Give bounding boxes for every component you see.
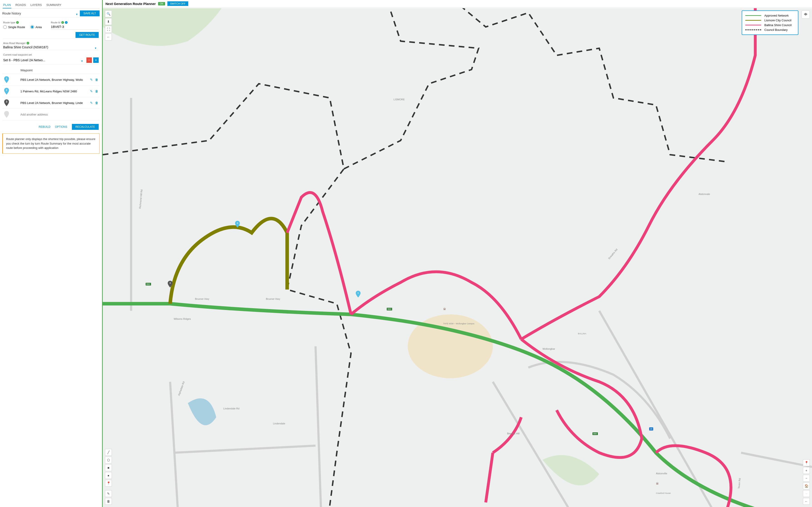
svg-text:2: 2 bbox=[6, 89, 7, 92]
draw-marker-icon[interactable]: 📍 bbox=[105, 480, 112, 487]
waypoint-row: 2 1 Palmers Rd, McLeans Ridges NSW 2480 … bbox=[2, 86, 100, 97]
add-set-button[interactable]: + bbox=[93, 57, 99, 63]
check-icon: ✓ bbox=[61, 21, 64, 24]
svg-text:3: 3 bbox=[170, 282, 171, 284]
radio-single-route[interactable]: Single Route bbox=[3, 25, 25, 29]
building-icon: 🏛 bbox=[656, 482, 659, 485]
route-history-label: Route history bbox=[2, 12, 74, 15]
legend-row: Approved Network bbox=[745, 13, 795, 18]
tab-summary[interactable]: SUMMARY bbox=[46, 2, 62, 8]
waypoint-text: PBS Level 2A Network, Bruxner Highway, W… bbox=[20, 78, 89, 81]
chevron-down-icon[interactable]: ▼ bbox=[74, 13, 80, 16]
tab-roads[interactable]: ROADS bbox=[15, 2, 26, 8]
legend: Approved NetworkLismore City CouncilBall… bbox=[742, 10, 798, 35]
map-pin[interactable]: 3 bbox=[168, 281, 173, 288]
map-title: Next Generation Route Planner bbox=[106, 2, 156, 6]
draw-polygon-icon[interactable]: ⬠ bbox=[105, 457, 112, 463]
chevron-down-icon: ▼ bbox=[79, 60, 85, 62]
draw-circle-icon[interactable]: ● bbox=[105, 472, 112, 479]
options-button[interactable]: OPTIONS bbox=[55, 125, 67, 128]
zoom-in-button[interactable]: + bbox=[803, 467, 810, 474]
remove-set-button[interactable]: − bbox=[86, 57, 92, 63]
trash-icon[interactable]: 🗑 bbox=[95, 78, 98, 81]
rebuild-button[interactable]: REBUILD bbox=[39, 125, 51, 128]
edit-icon[interactable]: ✎ bbox=[90, 101, 93, 105]
current-set-label: Current road waypoint set bbox=[3, 53, 99, 56]
route-type-label: Route type ✓ bbox=[3, 21, 42, 24]
map-container: Next Generation Route Planner ON SWITCH … bbox=[102, 0, 812, 507]
get-route-button[interactable]: GET ROUTE bbox=[75, 32, 99, 38]
forward-icon[interactable]: → bbox=[803, 490, 810, 497]
home-icon[interactable]: 🏠 bbox=[803, 483, 810, 489]
edit-icon[interactable]: ✎ bbox=[105, 490, 112, 497]
map-pin[interactable]: 2 bbox=[235, 221, 240, 228]
notice-box: Route planner only displays the shortest… bbox=[2, 133, 100, 154]
locate-icon[interactable]: 📍 bbox=[803, 459, 810, 466]
save-alt-button[interactable]: SAVE ALT bbox=[80, 10, 100, 16]
highway-badge: B60 bbox=[145, 283, 151, 286]
svg-rect-3 bbox=[103, 8, 812, 507]
waypoint-text: PBS Level 2A Network, Bruxner Highway, L… bbox=[20, 101, 89, 105]
route-id-label: Route Id ✓ ? bbox=[51, 21, 99, 24]
waypoint-row: 3 PBS Level 2A Network, Bruxner Highway,… bbox=[2, 97, 100, 109]
zoom-out-button[interactable]: − bbox=[803, 475, 810, 482]
svg-text:1: 1 bbox=[6, 77, 7, 80]
sidebar: PLAN ROADS LAYERS SUMMARY Route history … bbox=[0, 0, 102, 507]
download-icon[interactable]: ⬇ bbox=[105, 18, 112, 25]
tab-layers[interactable]: LAYERS bbox=[30, 2, 42, 8]
map-canvas[interactable]: LISMORERichmond Hill RdWilsons RidgesAlp… bbox=[103, 8, 812, 507]
route-id-value[interactable]: 1BV6T-3 bbox=[51, 24, 99, 30]
highway-badge: B60 bbox=[592, 432, 598, 435]
map-header: Next Generation Route Planner ON SWITCH … bbox=[103, 0, 812, 7]
route-history-row: Route history ▼ SAVE ALT bbox=[2, 9, 100, 17]
edit-icon[interactable]: ✎ bbox=[90, 78, 93, 81]
map-pin[interactable]: 1 bbox=[356, 291, 361, 297]
trash-icon[interactable]: 🗑 bbox=[105, 498, 112, 505]
pin-icon: 2 bbox=[4, 88, 9, 95]
tabs: PLAN ROADS LAYERS SUMMARY bbox=[2, 2, 100, 9]
edit-icon[interactable]: ✎ bbox=[90, 90, 93, 93]
pin-icon: 3 bbox=[4, 99, 9, 106]
route-shield: 28 bbox=[649, 427, 653, 431]
waypoint-text: 1 Palmers Rd, McLeans Ridges NSW 2480 bbox=[20, 90, 89, 93]
pin-icon: 1 bbox=[4, 76, 9, 83]
waypoint-header: Waypoint bbox=[2, 65, 100, 74]
draw-square-icon[interactable]: ■ bbox=[105, 464, 112, 471]
check-icon: ✓ bbox=[26, 42, 29, 45]
area-road-manager-label: Area Road Manager ✓ bbox=[3, 42, 99, 45]
add-waypoint-input[interactable] bbox=[20, 113, 100, 116]
svg-text:1: 1 bbox=[358, 292, 359, 294]
help-icon[interactable]: ? bbox=[65, 21, 68, 24]
building-icon: 🏛 bbox=[443, 307, 446, 311]
back2-icon[interactable]: ← bbox=[803, 498, 810, 505]
search-icon[interactable]: 🔍 bbox=[105, 10, 112, 17]
current-set-select[interactable]: Set 6 - PBS Level 2A Netwo... ▼ bbox=[3, 58, 85, 62]
legend-row: Council Boundary bbox=[745, 27, 795, 32]
back-icon[interactable]: ← bbox=[105, 34, 112, 40]
fullscreen-icon[interactable]: ⛶ bbox=[105, 26, 112, 33]
on-badge: ON bbox=[158, 2, 165, 5]
legend-row: Lismore City Council bbox=[745, 18, 795, 23]
switch-off-button[interactable]: SWITCH OFF bbox=[167, 1, 188, 6]
svg-text:2: 2 bbox=[237, 222, 238, 224]
layers-button[interactable] bbox=[802, 10, 810, 18]
highway-badge: B60 bbox=[386, 307, 392, 311]
trash-icon[interactable]: 🗑 bbox=[95, 90, 98, 93]
legend-row: Ballina Shire Council bbox=[745, 23, 795, 27]
pin-ghost-icon bbox=[4, 111, 9, 118]
waypoint-row: 1 PBS Level 2A Network, Bruxner Highway,… bbox=[2, 74, 100, 86]
radio-area[interactable]: Area bbox=[30, 25, 42, 29]
chevron-down-icon: ▼ bbox=[92, 47, 99, 50]
check-icon: ✓ bbox=[16, 21, 19, 24]
recalculate-button[interactable]: RECALCULATE bbox=[72, 124, 99, 130]
draw-line-icon[interactable]: ╱ bbox=[105, 449, 112, 456]
tab-plan[interactable]: PLAN bbox=[3, 2, 11, 8]
area-road-manager-select[interactable]: Ballina Shire Council (NSW187) ▼ bbox=[3, 45, 99, 50]
add-waypoint-row bbox=[2, 109, 100, 120]
svg-text:3: 3 bbox=[6, 100, 7, 103]
trash-icon[interactable]: 🗑 bbox=[95, 101, 98, 105]
